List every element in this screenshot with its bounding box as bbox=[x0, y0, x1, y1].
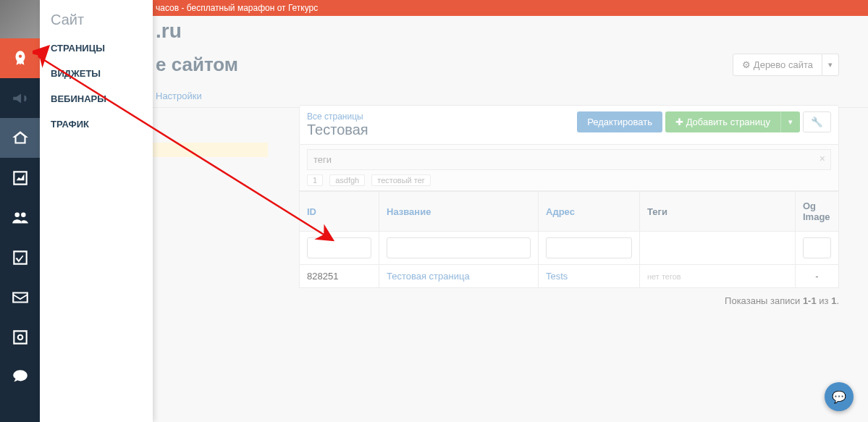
house-icon bbox=[11, 129, 30, 148]
flyout-title: Сайт bbox=[40, 0, 153, 35]
flyout-webinars[interactable]: ВЕБИНАРЫ bbox=[40, 86, 153, 111]
mail-icon bbox=[11, 288, 30, 307]
chat-icon bbox=[11, 368, 30, 387]
rail-check[interactable] bbox=[0, 237, 40, 277]
rail-mail[interactable] bbox=[0, 277, 40, 317]
rocket-icon bbox=[11, 49, 30, 68]
rail-chart[interactable] bbox=[0, 158, 40, 198]
rail-gear-box[interactable] bbox=[0, 317, 40, 357]
rail-site[interactable] bbox=[0, 118, 40, 158]
check-icon bbox=[11, 248, 30, 267]
gear-box-icon bbox=[11, 328, 30, 347]
rail-rocket[interactable] bbox=[0, 38, 40, 78]
icon-rail bbox=[0, 0, 40, 422]
rail-megaphone[interactable] bbox=[0, 78, 40, 118]
rail-users[interactable] bbox=[0, 198, 40, 237]
chat-fab[interactable]: 💬 bbox=[825, 382, 854, 411]
flyout-widgets[interactable]: ВИДЖЕТЫ bbox=[40, 61, 153, 86]
modal-overlay[interactable] bbox=[153, 16, 868, 422]
chart-icon bbox=[11, 169, 30, 187]
megaphone-icon bbox=[11, 89, 30, 108]
flyout-traffic[interactable]: ТРАФИК bbox=[40, 111, 153, 137]
users-icon bbox=[11, 208, 30, 227]
rail-chat[interactable] bbox=[0, 357, 40, 397]
site-flyout: Сайт СТРАНИЦЫ ВИДЖЕТЫ ВЕБИНАРЫ ТРАФИК bbox=[40, 0, 153, 422]
avatar[interactable] bbox=[0, 0, 40, 38]
flyout-pages[interactable]: СТРАНИЦЫ bbox=[40, 35, 153, 61]
chat-bubble-icon: 💬 bbox=[832, 390, 846, 404]
